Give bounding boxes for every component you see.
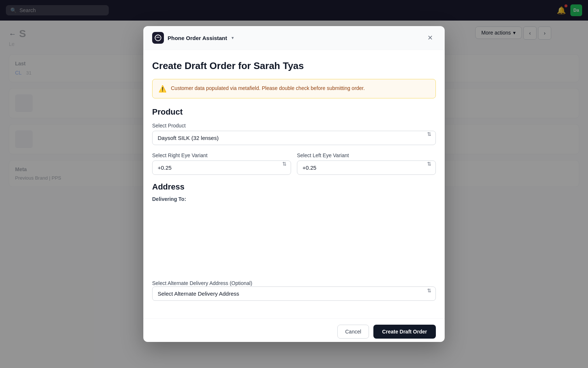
right-eye-wrapper: Select Right Eye Variant +0.25 +0.50 +0.… — [152, 152, 291, 175]
address-display-area — [152, 206, 436, 280]
product-select-wrapper: Select Product Daysoft SILK (32 lenses) … — [152, 123, 436, 145]
left-eye-label: Select Left Eye Variant — [297, 152, 436, 158]
modal-body: Create Draft Order for Sarah Tyas ⚠️ Cus… — [143, 50, 445, 318]
create-draft-order-modal: Phone Order Assistant ▾ ✕ Create Draft O… — [143, 26, 445, 342]
app-name: Phone Order Assistant — [168, 35, 227, 41]
address-section-title: Address — [152, 182, 436, 192]
warning-text: Customer data populated via metafield. P… — [171, 84, 365, 92]
modal-header: Phone Order Assistant ▾ ✕ — [143, 26, 445, 50]
warning-banner: ⚠️ Customer data populated via metafield… — [152, 79, 436, 98]
alt-delivery-select[interactable]: Select Alternate Delivery Address — [152, 286, 436, 301]
modal-footer: Cancel Create Draft Order — [143, 318, 445, 342]
modal-overlay: Phone Order Assistant ▾ ✕ Create Draft O… — [0, 0, 588, 368]
alt-delivery-label: Select Alternate Delivery Address (Optio… — [152, 280, 252, 286]
right-eye-select[interactable]: +0.25 +0.50 +0.75 +1.00 -0.25 -0.50 — [152, 160, 291, 175]
close-icon: ✕ — [427, 34, 433, 42]
create-draft-order-button[interactable]: Create Draft Order — [373, 325, 436, 339]
delivering-to-label: Delivering To: — [152, 196, 436, 202]
modal-close-button[interactable]: ✕ — [424, 32, 436, 44]
app-info: Phone Order Assistant ▾ — [152, 32, 234, 44]
product-select-label: Select Product — [152, 123, 436, 129]
cancel-button[interactable]: Cancel — [337, 325, 369, 339]
alt-delivery-wrapper: Select Alternate Delivery Address (Optio… — [152, 280, 436, 301]
product-section-title: Product — [152, 107, 436, 117]
app-chevron-icon[interactable]: ▾ — [232, 35, 234, 40]
svg-point-0 — [155, 35, 161, 41]
right-eye-label: Select Right Eye Variant — [152, 152, 291, 158]
product-select[interactable]: Daysoft SILK (32 lenses) Daysoft SILK (6… — [152, 131, 436, 145]
eye-variant-row: Select Right Eye Variant +0.25 +0.50 +0.… — [152, 152, 436, 175]
left-eye-select[interactable]: +0.25 +0.50 +0.75 +1.00 -0.25 -0.50 — [297, 160, 436, 175]
app-icon — [152, 32, 164, 44]
left-eye-wrapper: Select Left Eye Variant +0.25 +0.50 +0.7… — [297, 152, 436, 175]
modal-title: Create Draft Order for Sarah Tyas — [152, 60, 436, 72]
warning-icon: ⚠️ — [158, 85, 166, 93]
